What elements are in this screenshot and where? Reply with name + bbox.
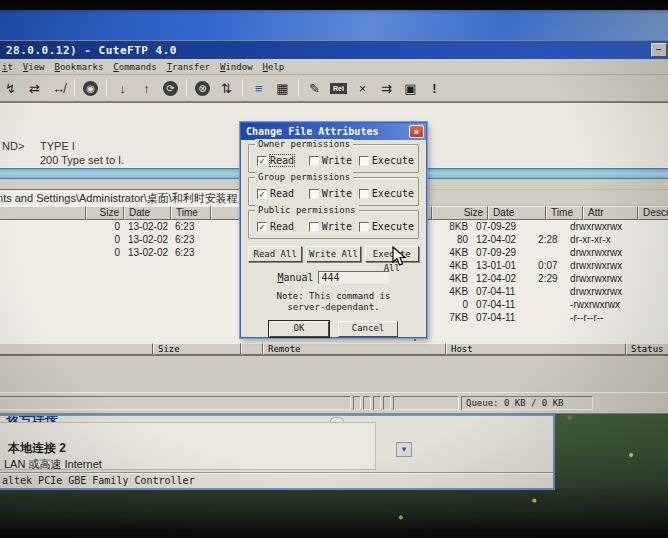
queue-column-host[interactable]: Host — [446, 343, 626, 355]
adapter-name: altek PCIe GBE Family Controller — [2, 475, 195, 486]
public-write-checkbox[interactable]: Write — [309, 221, 359, 232]
cancel-button[interactable]: Cancel — [338, 321, 398, 337]
column-header-name[interactable] — [0, 206, 86, 220]
menu-transfer[interactable]: Transfer — [167, 62, 210, 72]
table-row[interactable]: 7KB 07-04-11 -r--r--r-- — [416, 311, 668, 324]
refresh-icon[interactable]: ⇅ — [215, 78, 238, 99]
public-permissions-group: Public permissions ✓ Read Write Execute — [248, 210, 419, 239]
auto-transfer-icon[interactable]: ⟳ — [159, 78, 182, 99]
menu-bookmarks[interactable]: Bookmarks — [55, 62, 104, 72]
queue-column-remote[interactable]: Remote — [263, 343, 446, 355]
folder-icon[interactable]: ▣ — [399, 78, 422, 99]
connection-type: LAN 或高速 Internet — [4, 457, 102, 472]
column-header-date[interactable]: Date — [488, 206, 546, 220]
manual-input[interactable]: 444 — [318, 271, 390, 284]
table-row[interactable]: 4KB 07-09-29 drwxrwxrwx — [416, 246, 668, 259]
owner-permissions-group: Owner permissions ✓ Read Write Execute — [248, 144, 419, 173]
queue-column-size[interactable]: Size — [153, 343, 241, 355]
status-segment — [383, 396, 391, 410]
remote-pane: Size Date Time Attr Descripti 8KB 07-09-… — [416, 189, 668, 341]
queue-column-spacer — [241, 343, 263, 355]
quick-connect-icon[interactable]: ↯ — [0, 78, 22, 99]
manual-label: Manual — [277, 272, 313, 283]
status-segment — [363, 396, 371, 410]
queue-column-status[interactable]: Status — [626, 343, 668, 355]
close-icon[interactable]: × — [409, 125, 424, 138]
dialog-title: Change File Attributes — [246, 126, 378, 137]
table-row[interactable]: 8KB 07-09-29 drwxrwxrwx — [416, 220, 668, 233]
connect-icon[interactable]: ⇄ — [23, 78, 46, 99]
status-panel — [0, 396, 351, 410]
checkbox-unchecked[interactable] — [309, 222, 319, 232]
toolbar: ↯ ⇄ ↮ ◉ ↓ ↑ ⟳ ⊗ ⇅ ≡ ▦ ✎ Rel × ⇉ ▣ ! — [0, 75, 668, 102]
transfer-queue-icon[interactable]: ⇉ — [375, 78, 398, 99]
toolbar-separator — [242, 79, 243, 97]
table-row[interactable]: 80 12-04-02 2:28 dr-xr-xr-x — [416, 233, 668, 246]
checkbox-unchecked[interactable] — [309, 189, 319, 199]
transfer-queue-list[interactable] — [0, 355, 668, 393]
checkbox-unchecked[interactable] — [359, 156, 369, 166]
minimize-button[interactable]: — — [651, 43, 667, 57]
group-label: Group permissions — [255, 172, 353, 182]
upload-icon[interactable]: ↑ — [135, 78, 158, 99]
checkbox-unchecked[interactable] — [359, 222, 369, 232]
checkbox-checked[interactable]: ✓ — [257, 189, 267, 199]
group-label: Public permissions — [255, 205, 359, 215]
disconnect-icon[interactable]: ↮ — [47, 78, 70, 99]
checkbox-unchecked[interactable] — [309, 156, 319, 166]
column-header-description[interactable]: Descripti — [638, 206, 668, 220]
menu-window[interactable]: Window — [220, 62, 253, 72]
group-write-checkbox[interactable]: Write — [309, 188, 359, 199]
status-segment — [353, 396, 361, 410]
owner-write-checkbox[interactable]: Write — [309, 155, 359, 166]
log-command-prefix: ND> — [2, 140, 24, 152]
checkbox-unchecked[interactable] — [359, 189, 369, 199]
public-read-checkbox[interactable]: ✓ Read — [257, 221, 309, 232]
edit-icon[interactable]: ✎ — [303, 78, 326, 99]
toolbar-separator — [186, 79, 187, 97]
checkbox-checked[interactable]: ✓ — [257, 156, 267, 166]
group-read-checkbox[interactable]: ✓ Read — [257, 188, 309, 199]
rel-icon[interactable]: Rel — [327, 78, 350, 99]
menu-view[interactable]: View — [23, 62, 45, 72]
column-header-time[interactable]: Time — [546, 206, 583, 220]
list-view-icon[interactable]: ≡ — [247, 78, 270, 99]
warning-icon[interactable]: ! — [423, 78, 446, 99]
change-file-attributes-dialog: Change File Attributes × Owner permissio… — [240, 122, 427, 338]
column-header-size[interactable]: Size — [86, 206, 124, 220]
queue-column-item[interactable] — [0, 343, 153, 355]
write-all-button[interactable]: Write All — [306, 246, 360, 262]
remote-path-bar[interactable] — [416, 189, 668, 206]
owner-execute-checkbox[interactable]: Execute — [359, 155, 414, 166]
table-row[interactable]: 0 07-04-11 -rwxrwxrwx — [416, 298, 668, 311]
menu-help[interactable]: Help — [263, 62, 285, 72]
status-bar: Queue: 0 KB / 0 KB — [0, 393, 668, 413]
column-header-time[interactable]: Time — [171, 206, 211, 220]
table-row[interactable]: 4KB 07-04-11 drwxrwxrwx — [416, 285, 668, 298]
dialog-title-bar[interactable]: Change File Attributes × — [241, 123, 426, 140]
menu-commands[interactable]: Commands — [113, 62, 156, 72]
read-all-button[interactable]: Read All — [248, 246, 302, 262]
delete-icon[interactable]: × — [351, 78, 374, 99]
connection-name[interactable]: 本地连接 2 — [8, 440, 66, 457]
column-header-size[interactable]: Size — [432, 206, 488, 220]
dropdown-arrow-icon[interactable]: ▾ — [396, 442, 412, 457]
grid-view-icon[interactable]: ▦ — [271, 78, 294, 99]
menu-edit-partial[interactable]: it — [2, 62, 13, 72]
table-row[interactable]: 4KB 13-01-01 0:07 drwxrwxrwx — [416, 259, 668, 272]
download-icon[interactable]: ↓ — [111, 78, 134, 99]
local-path: ocuments and Settings\Administrator\桌面\和… — [0, 192, 249, 204]
public-execute-checkbox[interactable]: Execute — [359, 221, 414, 232]
column-header-date[interactable]: Date — [124, 206, 171, 220]
table-row[interactable]: 4KB 12-04-02 2:29 drwxrwxrwx — [416, 272, 668, 285]
column-header-attr[interactable]: Attr — [583, 206, 638, 220]
ok-button[interactable]: OK — [269, 321, 329, 337]
toolbar-separator — [106, 79, 107, 97]
owner-read-checkbox[interactable]: ✓ Read — [257, 155, 309, 166]
group-execute-checkbox[interactable]: Execute — [359, 188, 414, 199]
checkbox-checked[interactable]: ✓ — [257, 222, 267, 232]
title-bar[interactable]: 28.0.0.12) - CuteFTP 4.0 — — [0, 41, 668, 59]
globe-search-icon[interactable]: ◉ — [79, 78, 102, 99]
stop-icon[interactable]: ⊗ — [191, 78, 214, 99]
remote-file-list[interactable]: 8KB 07-09-29 drwxrwxrwx 80 12-04-02 2:28… — [416, 220, 668, 341]
